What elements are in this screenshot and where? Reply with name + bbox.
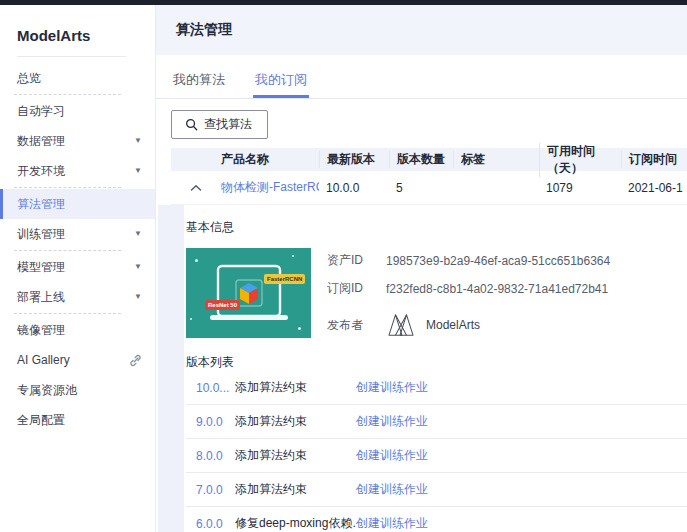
asset-id-value: 198573e9-b2a9-46ef-aca9-51cc651b6364 (386, 254, 610, 268)
column-header-product-name: 产品名称 (221, 151, 319, 168)
product-name-link[interactable]: 物体检测-FasterRCN... (221, 179, 319, 196)
version-row: 8.0.0 添加算法约束 创建训练作业 (186, 439, 687, 473)
version-row: 10.0... 添加算法约束 创建训练作业 (186, 371, 687, 405)
column-header-latest-version: 最新版本 (319, 151, 389, 168)
sidebar-separator (14, 250, 121, 251)
search-icon (185, 118, 198, 131)
version-description: 添加算法约束 (235, 413, 356, 430)
version-list-label: 版本列表 (186, 354, 687, 371)
laptop-cube-illustration (186, 248, 311, 338)
main-content: 算法管理 我的算法 我的订阅 查找算法 产品名称 最新版本 (156, 5, 687, 532)
version-description: 添加算法约束 (235, 481, 356, 498)
version-row: 9.0.0 添加算法约束 创建训练作业 (186, 405, 687, 439)
publisher-name: ModelArts (426, 318, 480, 332)
expanded-row-stripe (158, 205, 184, 532)
collapse-row-chevron-up-icon[interactable] (190, 184, 202, 192)
sidebar-item-overview[interactable]: 总览 (0, 63, 155, 93)
column-header-available-days: 可用时间（天） (539, 143, 621, 177)
version-row: 6.0.0 修复deep-moxing依赖... 创建训练作业 (186, 507, 687, 532)
version-description: 添加算法约束 (235, 379, 356, 396)
chevron-down-icon: ▼ (134, 167, 142, 175)
subscription-id-value: f232fed8-c8b1-4a02-9832-71a41ed72b41 (386, 282, 608, 296)
app-layout: ModelArts 总览 自动学习 数据管理 ▼ 开发环境 ▼ 算法管理 训练管… (0, 5, 687, 532)
available-days-cell: 1079 (539, 181, 621, 195)
latest-version-cell: 10.0.0 (319, 181, 389, 195)
sidebar-separator (14, 187, 121, 188)
chevron-down-icon: ▼ (134, 137, 142, 145)
version-description: 添加算法约束 (235, 447, 356, 464)
expanded-detail-panel: 基本信息 (158, 205, 687, 532)
sidebar-item-model-management[interactable]: 模型管理 ▼ (0, 252, 155, 282)
sidebar-item-training-management[interactable]: 训练管理 ▼ (0, 219, 155, 249)
sidebar-item-algorithm-management[interactable]: 算法管理 (0, 189, 155, 219)
sidebar-separator (14, 313, 121, 314)
sidebar-item-ai-gallery[interactable]: AI Gallery (0, 345, 155, 375)
chevron-down-icon: ▼ (134, 230, 142, 238)
version-number-link[interactable]: 10.0... (196, 381, 235, 395)
tab-my-algorithms[interactable]: 我的算法 (171, 62, 227, 98)
subscribe-time-cell: 2021-06-1 (621, 181, 687, 195)
table-header-row: 产品名称 最新版本 版本数量 标签 可用时间（天） 订阅时间 (171, 148, 687, 171)
sidebar: ModelArts 总览 自动学习 数据管理 ▼ 开发环境 ▼ 算法管理 训练管… (0, 5, 156, 532)
thumbnail-tag-fasterrcnn: FasterRCNN (264, 274, 305, 284)
chevron-down-icon: ▼ (134, 293, 142, 301)
version-count-cell: 5 (389, 181, 453, 195)
page-header: 算法管理 (156, 5, 687, 55)
external-link-icon (129, 354, 142, 367)
column-header-tag: 标签 (453, 151, 539, 168)
page-title: 算法管理 (176, 21, 232, 39)
version-list: 10.0... 添加算法约束 创建训练作业 9.0.0 添加算法约束 创建训练作… (186, 371, 687, 532)
sidebar-item-image-management[interactable]: 镜像管理 (0, 315, 155, 345)
modelarts-logo-icon (386, 313, 416, 337)
tab-my-subscriptions[interactable]: 我的订阅 (253, 62, 309, 98)
sidebar-item-auto-learning[interactable]: 自动学习 (0, 96, 155, 126)
asset-id-label: 资产ID (327, 252, 373, 269)
brand-title: ModelArts (0, 17, 155, 56)
sidebar-item-dedicated-resource-pool[interactable]: 专属资源池 (0, 375, 155, 405)
chevron-down-icon: ▼ (134, 263, 142, 271)
version-number-link[interactable]: 8.0.0 (196, 449, 235, 463)
brand-divider (17, 56, 126, 57)
version-number-link[interactable]: 7.0.0 (196, 483, 235, 497)
version-description: 修复deep-moxing依赖... (235, 515, 356, 532)
create-training-job-link[interactable]: 创建训练作业 (356, 379, 428, 396)
create-training-job-link[interactable]: 创建训练作业 (356, 413, 428, 430)
thumbnail-tag-resnet50: ResNet 50 (205, 300, 240, 310)
version-row: 7.0.0 添加算法约束 创建训练作业 (186, 473, 687, 507)
sidebar-separator (14, 94, 121, 95)
column-header-subscribe-time: 订阅时间 (621, 151, 687, 168)
algorithm-thumbnail: FasterRCNN ResNet 50 (186, 248, 311, 338)
subscriptions-table: 产品名称 最新版本 版本数量 标签 可用时间（天） 订阅时间 物体检测-Fast… (171, 148, 687, 205)
publisher-label: 发布者 (327, 317, 373, 334)
search-algorithm-button[interactable]: 查找算法 (171, 110, 268, 139)
create-training-job-link[interactable]: 创建训练作业 (356, 481, 428, 498)
column-header-version-count: 版本数量 (389, 151, 453, 168)
version-number-link[interactable]: 9.0.0 (196, 415, 235, 429)
sidebar-item-global-config[interactable]: 全局配置 (0, 405, 155, 435)
basic-info-label: 基本信息 (186, 219, 687, 236)
create-training-job-link[interactable]: 创建训练作业 (356, 447, 428, 464)
version-number-link[interactable]: 6.0.0 (196, 517, 235, 531)
subscription-id-label: 订阅ID (327, 280, 373, 297)
sidebar-item-dev-environment[interactable]: 开发环境 ▼ (0, 156, 155, 186)
tab-bar: 我的算法 我的订阅 (156, 62, 687, 99)
create-training-job-link[interactable]: 创建训练作业 (356, 515, 428, 532)
sidebar-item-deployment[interactable]: 部署上线 ▼ (0, 282, 155, 312)
sidebar-item-data-management[interactable]: 数据管理 ▼ (0, 126, 155, 156)
toolbar: 查找算法 (156, 99, 687, 148)
